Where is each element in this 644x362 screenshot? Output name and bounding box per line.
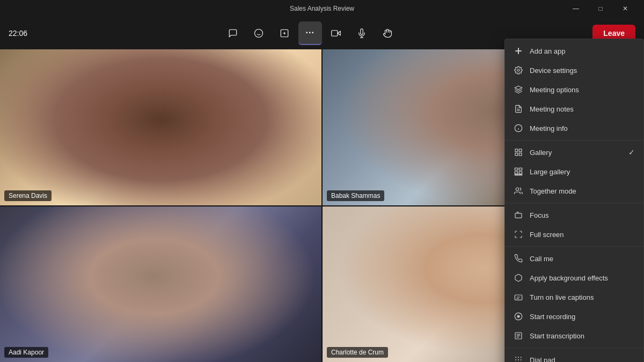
menu-label-full-screen: Full screen: [530, 231, 564, 239]
options-icon: [514, 85, 523, 94]
svg-rect-17: [515, 168, 517, 170]
menu-item-dial-pad[interactable]: Dial pad: [505, 350, 643, 362]
menu-label-call-me: Call me: [530, 255, 553, 263]
transcription-icon: [514, 331, 523, 341]
svg-rect-15: [515, 153, 518, 156]
svg-rect-21: [515, 174, 522, 175]
name-tag-aadi: Aadi Kapoor: [4, 347, 48, 358]
svg-rect-20: [519, 172, 522, 174]
video-cell-aadi: Aadi Kapoor: [0, 206, 321, 363]
menu-label-meeting-notes: Meeting notes: [530, 105, 574, 113]
name-tag-charlotte: Charlotte de Crum: [327, 347, 388, 358]
svg-rect-18: [519, 168, 522, 170]
menu-item-meeting-info[interactable]: Meeting info: [505, 119, 643, 138]
microphone-button[interactable]: [350, 21, 374, 45]
menu-label-live-captions: Turn on live captions: [530, 293, 594, 301]
minimize-button[interactable]: —: [564, 0, 588, 17]
camera-button[interactable]: [324, 21, 348, 45]
menu-item-device-settings[interactable]: Device settings: [505, 61, 643, 80]
phone-icon: [514, 254, 523, 263]
menu-item-gallery[interactable]: Gallery ✓: [505, 143, 643, 162]
reactions-button[interactable]: [247, 21, 270, 45]
menu-label-start-recording: Start recording: [530, 313, 575, 321]
svg-point-33: [521, 357, 522, 358]
svg-point-34: [515, 359, 516, 360]
svg-point-26: [517, 315, 519, 317]
svg-point-7: [517, 69, 519, 71]
svg-rect-13: [515, 149, 518, 152]
menu-item-full-screen[interactable]: Full screen: [505, 225, 643, 244]
menu-item-meeting-options[interactable]: Meeting options: [505, 80, 643, 99]
menu-label-gallery: Gallery: [530, 149, 552, 157]
window-title: Sales Analysis Review: [290, 5, 354, 12]
menu-label-large-gallery: Large gallery: [530, 168, 570, 176]
menu-item-focus[interactable]: Focus: [505, 205, 643, 225]
window-controls: — □ ✕: [564, 0, 638, 17]
background-icon: [514, 273, 523, 283]
menu-item-large-gallery[interactable]: Large gallery: [505, 162, 643, 181]
menu-label-background-effects: Apply background effects: [530, 274, 608, 282]
title-bar: Sales Analysis Review — □ ✕: [0, 0, 644, 17]
together-icon: [514, 186, 523, 196]
svg-point-36: [521, 359, 522, 360]
video-cell-serena: Serena Davis: [0, 49, 321, 205]
captions-icon: [514, 292, 523, 302]
name-tag-babak: Babak Shammas: [327, 190, 384, 201]
menu-item-together-mode[interactable]: Together mode: [505, 181, 643, 201]
plus-icon: [514, 46, 523, 56]
menu-item-start-recording[interactable]: Start recording: [505, 307, 643, 326]
menu-item-call-me[interactable]: Call me: [505, 249, 643, 268]
separator-4: [505, 348, 643, 348]
context-menu: Add an app Device settings Meeting optio…: [504, 39, 644, 362]
menu-label-meeting-options: Meeting options: [530, 86, 579, 94]
svg-rect-16: [519, 153, 522, 156]
menu-label-device-settings: Device settings: [530, 67, 577, 75]
svg-rect-23: [515, 213, 522, 218]
close-button[interactable]: ✕: [613, 0, 638, 17]
menu-label-together-mode: Together mode: [530, 187, 576, 195]
maximize-button[interactable]: □: [588, 0, 613, 17]
gallery-icon: [514, 147, 523, 157]
menu-label-dial-pad: Dial pad: [530, 356, 555, 363]
notes-icon: [514, 104, 523, 114]
menu-item-live-captions[interactable]: Turn on live captions: [505, 287, 643, 307]
fullscreen-icon: [514, 230, 523, 239]
svg-point-35: [518, 359, 519, 360]
svg-point-22: [516, 188, 518, 190]
menu-label-start-transcription: Start transcription: [530, 332, 584, 340]
svg-point-31: [515, 357, 516, 358]
dialpad-icon: [514, 355, 523, 362]
menu-item-add-app[interactable]: Add an app: [505, 41, 643, 61]
gear-icon: [514, 65, 523, 75]
svg-rect-4: [331, 31, 337, 36]
raise-hand-button[interactable]: [376, 21, 399, 45]
separator-2: [505, 203, 643, 203]
call-time: 22:06: [9, 29, 27, 38]
menu-item-background-effects[interactable]: Apply background effects: [505, 268, 643, 287]
menu-item-meeting-notes[interactable]: Meeting notes: [505, 99, 643, 119]
gallery-check-icon: ✓: [628, 148, 635, 157]
separator-1: [505, 140, 643, 141]
large-gallery-icon: [514, 167, 523, 176]
svg-rect-24: [515, 295, 522, 300]
toolbar-actions: ···: [221, 21, 399, 45]
svg-rect-19: [515, 172, 517, 174]
share-button[interactable]: [273, 21, 296, 45]
svg-rect-14: [519, 149, 522, 152]
name-tag-serena: Serena Davis: [4, 190, 52, 201]
svg-point-0: [254, 29, 262, 38]
menu-label-add-app: Add an app: [530, 47, 566, 55]
menu-label-meeting-info: Meeting info: [530, 124, 568, 132]
menu-label-focus: Focus: [530, 211, 548, 219]
focus-icon: [514, 210, 523, 220]
chat-button[interactable]: [221, 21, 245, 45]
menu-item-start-transcription[interactable]: Start transcription: [505, 326, 643, 345]
svg-point-32: [518, 357, 519, 358]
separator-3: [505, 246, 643, 247]
more-options-button[interactable]: ···: [298, 21, 322, 45]
info-icon: [514, 123, 523, 133]
record-icon: [514, 312, 523, 321]
